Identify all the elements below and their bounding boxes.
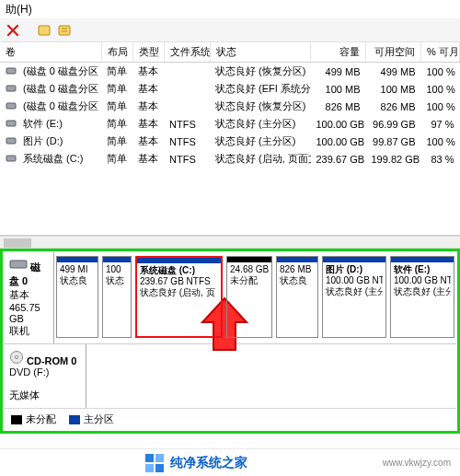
svg-rect-2: [6, 68, 16, 74]
cdrom-partitions: [86, 344, 456, 408]
col-layout[interactable]: 布局: [101, 42, 132, 63]
svg-rect-1: [59, 26, 70, 35]
svg-rect-6: [6, 138, 16, 144]
disk-0-row: 磁盘 0 基本 465.75 GB 联机 499 MI状态良100状态系统磁盘 …: [4, 252, 456, 344]
svg-rect-7: [6, 156, 16, 161]
col-status[interactable]: 状态: [210, 42, 311, 63]
svg-rect-4: [6, 103, 16, 109]
close-icon[interactable]: [6, 23, 20, 38]
svg-point-10: [15, 355, 17, 358]
disk-icon: [9, 258, 28, 271]
table-row[interactable]: (磁盘 0 磁盘分区 2)简单基本状态良好 (EFI 系统分区)100 MB10…: [0, 80, 460, 98]
legend-unallocated: 未分配: [11, 412, 56, 426]
svg-rect-8: [10, 261, 27, 268]
footer: 纯净系统之家 www.vkwjzy.com: [0, 448, 460, 476]
footer-brand: 纯净系统之家: [144, 453, 247, 473]
cdrom-row: CD-ROM 0 DVD (F:) 无媒体: [4, 344, 456, 408]
disk-0-partitions: 499 MI状态良100状态系统磁盘 (C:)239.67 GB NTFS状态良…: [54, 252, 456, 343]
toolbar: [0, 18, 460, 42]
partition-block[interactable]: 499 MI状态良: [56, 256, 98, 338]
svg-rect-11: [145, 454, 154, 462]
svg-rect-14: [155, 464, 164, 472]
volume-table[interactable]: 卷 布局 类型 文件系统 状态 容量 可用空间 % 可月 (磁盘 0 磁盘分区 …: [0, 42, 460, 236]
cdrom-label[interactable]: CD-ROM 0 DVD (F:) 无媒体: [4, 344, 86, 408]
svg-rect-12: [155, 454, 164, 462]
brand-logo-icon: [144, 453, 165, 473]
footer-url: www.vkwjzy.com: [383, 458, 451, 468]
col-type[interactable]: 类型: [132, 42, 164, 63]
table-row[interactable]: 系统磁盘 (C:)简单基本NTFS状态良好 (启动, 页面文件, 故障转储, 主…: [0, 150, 460, 168]
partition-block[interactable]: 软件 (E:)100.00 GB NTFS状态良好 (主分区: [390, 256, 454, 338]
menubar[interactable]: 助(H): [0, 0, 460, 18]
table-row[interactable]: 软件 (E:)简单基本NTFS状态良好 (主分区)100.00 GB96.99 …: [0, 115, 460, 133]
col-pct[interactable]: % 可月: [421, 42, 460, 63]
disk-map: 磁盘 0 基本 465.75 GB 联机 499 MI状态良100状态系统磁盘 …: [0, 249, 460, 434]
svg-rect-5: [6, 121, 16, 126]
col-name[interactable]: 卷: [0, 42, 101, 63]
disc-icon: [9, 350, 24, 365]
svg-rect-13: [145, 464, 154, 472]
svg-rect-3: [6, 86, 16, 91]
table-row[interactable]: 图片 (D:)简单基本NTFS状态良好 (主分区)100.00 GB99.87 …: [0, 133, 460, 150]
horizontal-scrollbar[interactable]: [0, 236, 460, 249]
menu-help[interactable]: 助(H): [6, 3, 32, 16]
partition-block[interactable]: 图片 (D:)100.00 GB NTF!状态良好 (主分区: [322, 256, 386, 338]
refresh-icon[interactable]: [37, 23, 52, 38]
col-fs[interactable]: 文件系统: [164, 42, 210, 63]
properties-icon[interactable]: [57, 23, 72, 38]
partition-block[interactable]: 系统磁盘 (C:)239.67 GB NTFS状态良好 (启动, 页: [135, 256, 223, 338]
swatch-primary-icon: [69, 415, 80, 424]
disk-management-window: 助(H) 卷 布局 类型 文件系统 状态 容量: [0, 0, 460, 476]
col-capacity[interactable]: 容量: [311, 42, 366, 63]
table-row[interactable]: (磁盘 0 磁盘分区 5)简单基本状态良好 (恢复分区)826 MB826 MB…: [0, 98, 460, 115]
col-free[interactable]: 可用空间: [366, 42, 421, 63]
partition-block[interactable]: 826 MB状态良: [276, 256, 318, 338]
legend: 未分配 主分区: [4, 408, 456, 430]
disk-0-label[interactable]: 磁盘 0 基本 465.75 GB 联机: [4, 252, 54, 343]
table-header-row[interactable]: 卷 布局 类型 文件系统 状态 容量 可用空间 % 可月: [0, 42, 460, 63]
swatch-unallocated-icon: [11, 415, 22, 424]
partition-block[interactable]: 100状态: [102, 256, 132, 338]
scrollbar-thumb[interactable]: [4, 238, 31, 248]
table-row[interactable]: (磁盘 0 磁盘分区 1)简单基本状态良好 (恢复分区)499 MB499 MB…: [0, 63, 460, 81]
svg-rect-0: [39, 26, 50, 35]
legend-primary: 主分区: [69, 412, 114, 426]
partition-block[interactable]: 24.68 GB未分配: [226, 256, 272, 338]
